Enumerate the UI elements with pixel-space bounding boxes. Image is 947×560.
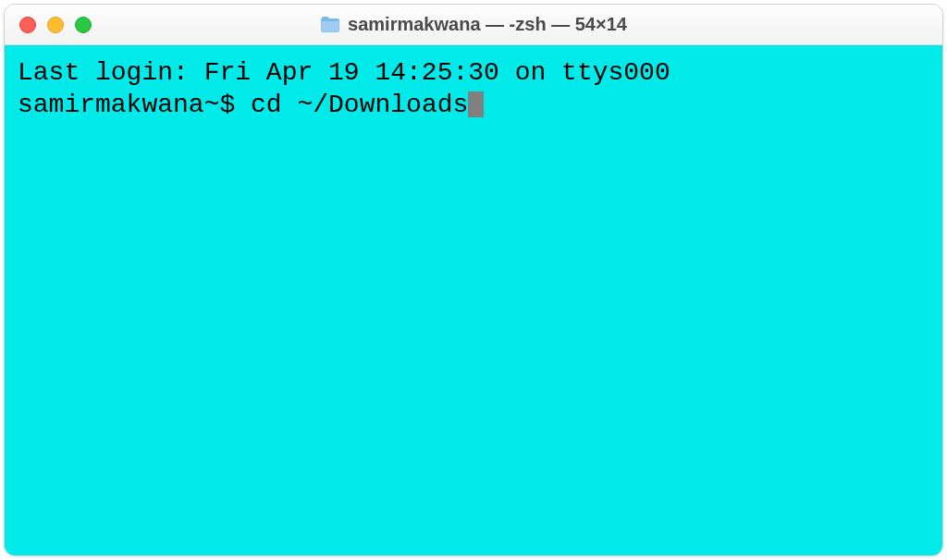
titlebar[interactable]: samirmakwana — -zsh — 54×14 [5, 5, 942, 45]
terminal-line-last-login: Last login: Fri Apr 19 14:25:30 on ttys0… [18, 56, 929, 89]
terminal-body[interactable]: Last login: Fri Apr 19 14:25:30 on ttys0… [5, 45, 942, 555]
window-title-container: samirmakwana — -zsh — 54×14 [320, 14, 627, 35]
terminal-prompt-line: samirmakwana~$ cd ~/Downloads [18, 89, 929, 121]
traffic-lights [19, 17, 92, 33]
terminal-cursor [468, 91, 484, 117]
terminal-prompt: samirmakwana~$ [18, 91, 251, 119]
terminal-command: cd ~/Downloads [251, 91, 468, 119]
close-button[interactable] [19, 17, 36, 33]
terminal-window: samirmakwana — -zsh — 54×14 Last login: … [4, 4, 943, 556]
folder-icon [320, 17, 340, 33]
minimize-button[interactable] [47, 17, 64, 33]
zoom-button[interactable] [75, 17, 92, 33]
window-title: samirmakwana — -zsh — 54×14 [348, 14, 627, 35]
